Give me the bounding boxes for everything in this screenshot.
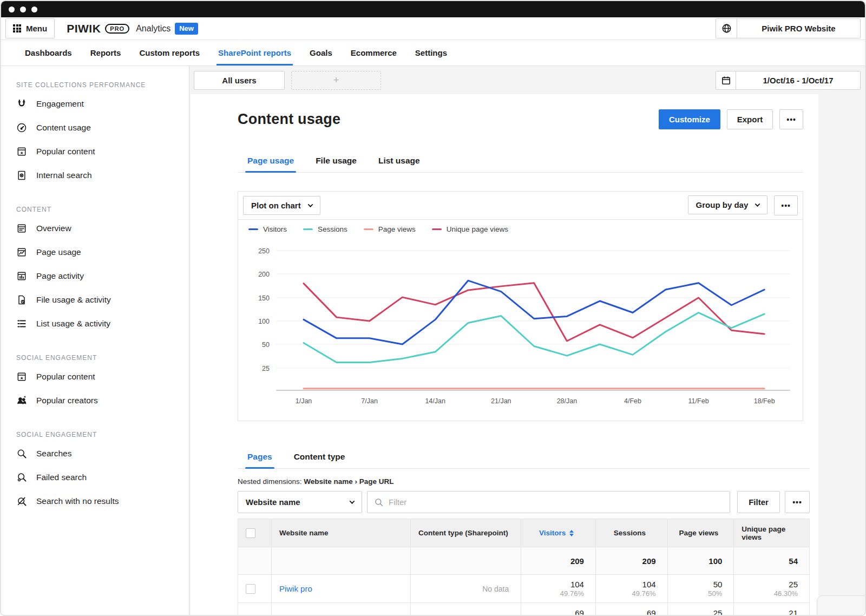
sidebar-section-social-engagement-2: SOCIAL ENGAGEMENT★Popular content★Popula… [1, 354, 189, 412]
magnet-icon [16, 99, 27, 109]
customize-button[interactable]: Customize [659, 109, 720, 129]
sidebar-item-label: Failed search [36, 473, 87, 482]
select-all-checkbox[interactable] [246, 528, 255, 538]
website-name-cell [272, 603, 411, 616]
date-range-label: 1/Oct/16 - 1/Oct/17 [736, 71, 860, 89]
tab-pages[interactable]: Pages [238, 447, 282, 468]
search-fail-icon [16, 472, 27, 483]
group-by-select[interactable]: Group by day [688, 195, 768, 214]
sidebar-item-popular-content[interactable]: ★Popular content [1, 140, 189, 163]
sidebar-section-title: SOCIAL ENGAGEMENT [16, 354, 189, 362]
menu-button[interactable]: Menu [5, 18, 55, 38]
column-header-sessions[interactable]: Sessions [596, 519, 668, 547]
sidebar-item-page-usage[interactable]: Page usage [1, 240, 189, 264]
new-badge: New [175, 23, 198, 35]
sidebar-item-label: Engagement [36, 99, 84, 109]
sidebar-item-label: Search with no results [36, 496, 119, 506]
data-table: Website nameContent type (Sharepoint)Vis… [238, 519, 810, 616]
chevron-down-icon [307, 202, 313, 207]
line-chart: 25020015010050251/Jan7/Jan14/Jan21/Jan28… [238, 238, 803, 421]
add-segment-button[interactable]: + [291, 71, 381, 90]
sidebar-item-search-with-no-results[interactable]: Search with no results [1, 489, 189, 513]
sidebar-item-overview[interactable]: Overview [1, 217, 189, 240]
tab-content-type[interactable]: Content type [284, 447, 355, 468]
tab-list-usage[interactable]: List usage [369, 151, 430, 172]
search-noresult-icon [16, 496, 27, 507]
window-control-dot[interactable] [31, 6, 37, 12]
series-line-visitors [304, 280, 764, 344]
sidebar-item-internal-search[interactable]: Internal search [1, 163, 189, 187]
workspace: SITE COLLECTIONS PERFORMANCEEngagementCo… [1, 66, 865, 616]
tab-page-usage[interactable]: Page usage [238, 151, 304, 172]
nav-tab-dashboards[interactable]: Dashboards [16, 40, 81, 65]
nav-tab-ecommerce[interactable]: Ecommerce [342, 40, 406, 65]
chart-panel: Plot on chart Group by day ••• [238, 191, 803, 421]
legend-swatch [248, 228, 258, 230]
website-link[interactable]: Piwik pro [279, 584, 312, 593]
column-header-visitors[interactable]: Visitors [521, 519, 596, 547]
sidebar-item-failed-search[interactable]: Failed search [1, 466, 189, 489]
report-more-button[interactable]: ••• [779, 109, 803, 129]
doc-eye-icon [16, 170, 27, 181]
table-more-button[interactable]: ••• [785, 491, 810, 513]
sidebar-item-page-activity[interactable]: Page activity [1, 264, 189, 288]
filter-button[interactable]: Filter [737, 491, 780, 513]
column-header-website-name[interactable]: Website name [272, 519, 411, 547]
nav-tab-settings[interactable]: Settings [406, 40, 456, 65]
site-selector[interactable]: Piwik PRO Website [716, 18, 861, 38]
window-control-dot[interactable] [9, 6, 15, 12]
header-checkbox-cell [238, 519, 272, 547]
date-range-picker[interactable]: 1/Oct/16 - 1/Oct/17 [716, 71, 861, 90]
nested-dimensions-label: Nested dimensions: [238, 477, 302, 486]
legend-item-sessions[interactable]: Sessions [303, 225, 347, 233]
sidebar-item-label: Content usage [36, 123, 91, 133]
svg-text:25: 25 [262, 365, 270, 372]
usage-tabs: Page usageFile usageList usage [238, 151, 803, 173]
tab-file-usage[interactable]: File usage [306, 151, 366, 172]
summary-empty-cell [411, 547, 521, 574]
legend-item-visitors[interactable]: Visitors [248, 225, 287, 233]
sidebar-item-popular-content[interactable]: ★Popular content [1, 365, 189, 389]
window-titlebar [1, 1, 865, 17]
filter-input[interactable] [389, 497, 723, 507]
legend-item-page-views[interactable]: Page views [364, 225, 416, 233]
group-by-label: Group by day [696, 200, 749, 209]
nav-tab-custom-reports[interactable]: Custom reports [130, 40, 209, 65]
sidebar-item-engagement[interactable]: Engagement [1, 92, 189, 116]
export-button[interactable]: Export [727, 109, 773, 129]
row-checkbox[interactable] [246, 584, 255, 594]
sidebar-item-popular-creators[interactable]: ★Popular creators [1, 389, 189, 412]
segment-all-users[interactable]: All users [194, 71, 285, 90]
summary-empty-cell [272, 547, 411, 574]
site-selector-label: Piwik PRO Website [737, 19, 860, 38]
sidebar-item-content-usage[interactable]: Content usage [1, 116, 189, 140]
legend-swatch [364, 228, 373, 230]
window-control-dot[interactable] [20, 6, 26, 12]
sidebar-item-list-usage-activity[interactable]: List usage & activity [1, 312, 189, 336]
legend-item-unique-page-views[interactable]: Unique page views [432, 225, 508, 233]
nav-tab-sharepoint-reports[interactable]: SharePoint reports [209, 40, 300, 65]
chart-more-button[interactable]: ••• [774, 195, 798, 215]
visitors-cell: 69 [521, 603, 596, 616]
corner-widget[interactable] [817, 595, 866, 616]
filter-bar: Website name Filter ••• [238, 491, 810, 513]
sidebar-item-file-usage-activity[interactable]: File usage & activity [1, 288, 189, 312]
column-header-unique-page-views[interactable]: Unique page views [734, 519, 809, 547]
summary-empty-cell [238, 547, 272, 574]
gauge-icon [16, 122, 27, 133]
window-star-icon: ★ [16, 371, 27, 382]
page-title: Content usage [238, 111, 340, 128]
sidebar-item-searches[interactable]: Searches [1, 442, 189, 466]
nav-tab-reports[interactable]: Reports [81, 40, 130, 65]
column-header-page-views[interactable]: Page views [668, 519, 734, 547]
plot-on-chart-select[interactable]: Plot on chart [243, 196, 320, 215]
app-header: Menu PIWIK PRO Analytics New Piwik PRO W… [1, 17, 865, 40]
legend-label: Unique page views [447, 225, 508, 233]
nav-tab-goals[interactable]: Goals [300, 40, 342, 65]
dimension-select[interactable]: Website name [238, 491, 362, 513]
nested-dimensions-value: Website name › Page URL [304, 477, 393, 486]
column-header-content-type-sharepoint[interactable]: Content type (Sharepoint) [411, 519, 521, 547]
svg-text:1/Jan: 1/Jan [296, 397, 312, 405]
svg-text:7/Jan: 7/Jan [361, 397, 378, 405]
svg-text:14/Jan: 14/Jan [425, 397, 445, 405]
